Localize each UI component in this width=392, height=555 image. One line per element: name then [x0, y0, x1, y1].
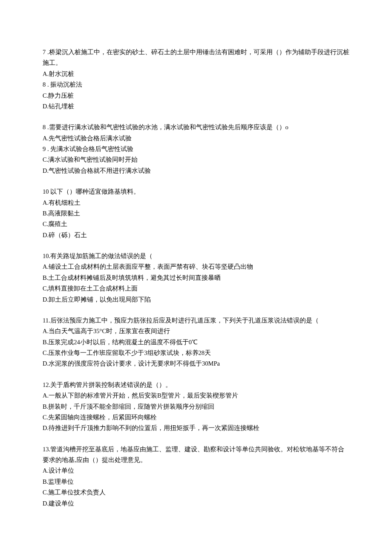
question-stem: 7 .桥梁沉入桩施工中，在密实的砂土、碎石土的土层中用锤击法有困难时，可采用（）…	[43, 47, 349, 69]
question-8: 8 .需要进行满水试验和气密性试验的水池，满水试验和气密性试验先后顺序应该是（）…	[43, 122, 349, 176]
question-11: 11.后张法预应力施工中，预应力筋张拉后应及时进行孔道压浆，下列关于孔道压浆说法…	[43, 315, 349, 369]
question-option: B.高液限黏土	[43, 208, 349, 219]
question-stem: 8 .需要进行满水试验和气密性试验的水池，满水试验和气密性试验先后顺序应该是（）…	[43, 122, 349, 133]
question-option: C.满水试验和气密性试验同时开始	[43, 154, 349, 165]
question-7: 7 .桥梁沉入桩施工中，在密实的砂土、碎石土的土层中用锤击法有困难时，可采用（）…	[43, 47, 349, 112]
question-option: A.先气密性试验合格后满水试验	[43, 133, 349, 144]
question-option: A.射水沉桩	[43, 69, 349, 79]
question-option: B.压浆完成24小时以后，结构混凝土的温度不得低于0℃	[43, 337, 349, 348]
question-9: 10 以下（）哪种适宜做路基填料。 A.有机细粒土 B.高液限黏土 C.腐殖土 …	[43, 186, 349, 241]
question-option: C.腐殖土	[43, 219, 349, 230]
question-option: D.气密性试验合格就不用进行满水试验	[43, 166, 349, 176]
question-12: 12.关于盾构管片拼装控制表述错误的是（）。 A.一般从下部的标准管片开始，然后…	[43, 380, 349, 434]
question-option: A.铺设土工合成材料的土层表面应平整，表面严禁有碎、块石等坚硬凸出物	[43, 262, 349, 272]
question-option: B.土工合成材料摊铺后及时填筑填料，避免其过长时间直接暴晒	[43, 273, 349, 283]
question-option: C.施工单位技术负责人	[43, 487, 349, 498]
question-stem: 11.后张法预应力施工中，预应力筋张拉后应及时进行孔道压浆，下列关于孔道压浆说法…	[43, 315, 349, 326]
question-stem: 13.管道沟槽开挖至基底后，地基应由施工、监理、建设、勘察和设计等单位共同验收。…	[43, 444, 349, 466]
question-option: D.待推进到千斤顶推力影响不到的位置后，用扭矩扳手，再一次紧固连接螺栓	[43, 423, 349, 433]
question-option: C,填料直接卸在土工合成材料上面	[43, 283, 349, 294]
question-stem: 12.关于盾构管片拼装控制表述错误的是（）。	[43, 380, 349, 390]
question-option: A.设计单位	[43, 465, 349, 476]
question-option: C.压浆作业每一工作班应留取不少于3组砂浆试块，标养28天	[43, 348, 349, 358]
question-option: A.一般从下部的标准管片开始，然后安装B型管片，最后安装楔形管片	[43, 390, 349, 401]
question-option: B.监理单位	[43, 477, 349, 487]
question-option: A.有机细粒土	[43, 198, 349, 208]
document-page: 7 .桥梁沉入桩施工中，在密实的砂土、碎石土的土层中用锤击法有困难时，可采用（）…	[0, 0, 392, 545]
question-option: D.水泥浆的强度应符合设计要求，设计无要求时不得低于30MPa	[43, 358, 349, 369]
question-option: D.卸土后立即摊铺，以免出现局部下陷	[43, 294, 349, 305]
question-option: C.先紧固轴向连接螺栓，后紧固环向螺栓	[43, 412, 349, 423]
question-option: 9 . 先满水试验合格后气密性试验	[43, 144, 349, 154]
question-stem: 10 以下（）哪种适宜做路基填料。	[43, 186, 349, 197]
question-option: B.拼装时，千斤顶不能全部缩回，应随管片拼装顺序分别缩回	[43, 401, 349, 412]
question-option: C.静力压桩	[43, 90, 349, 101]
question-option: 8 . 振动沉桩法	[43, 79, 349, 90]
question-13: 13.管道沟槽开挖至基底后，地基应由施工、监理、建设、勘察和设计等单位共同验收。…	[43, 444, 349, 509]
question-option: D.钻孔埋桩	[43, 101, 349, 112]
question-option: D.碎（砾）石土	[43, 230, 349, 241]
question-option: D.建设单位	[43, 498, 349, 509]
question-stem: 10.有关路堤加筋施工的做法错误的是（	[43, 251, 349, 262]
question-10: 10.有关路堤加筋施工的做法错误的是（ A.铺设土工合成材料的土层表面应平整，表…	[43, 251, 349, 305]
question-option: A.当白天气温高于35°C时，压浆宜在夜间进行	[43, 326, 349, 337]
